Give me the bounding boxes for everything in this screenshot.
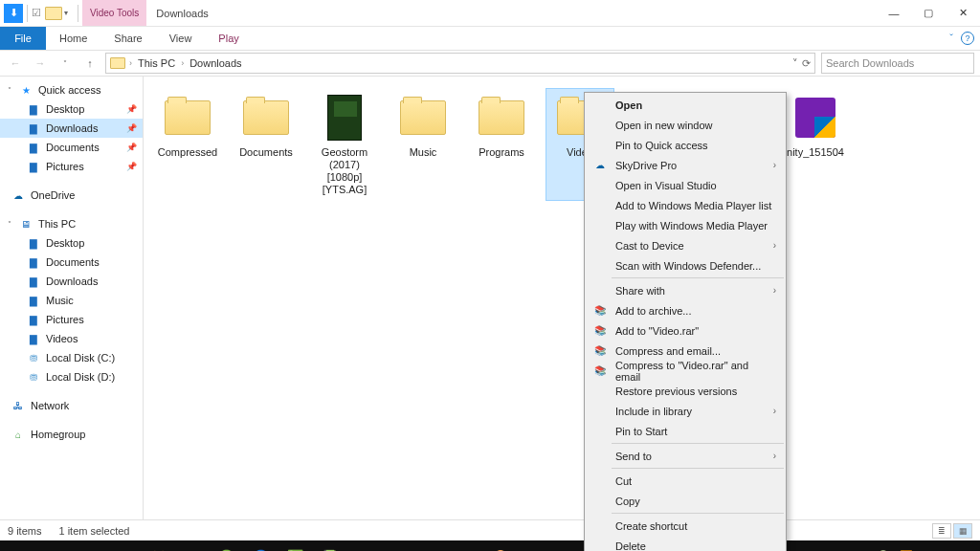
sidebar-item-pictures[interactable]: ▇Pictures📌 <box>0 157 143 176</box>
breadcrumb-thispc[interactable]: This PC <box>136 57 177 69</box>
separator <box>27 5 28 22</box>
folder-icon: ▇ <box>27 294 40 307</box>
menu-item-compress-to-video-rar-and-email[interactable]: 📚Compress to "Video.rar" and email <box>587 361 784 381</box>
sidebar-item-videos[interactable]: ▇Videos <box>0 329 143 348</box>
folder-icon[interactable] <box>45 7 62 20</box>
close-button[interactable]: ✕ <box>946 0 980 26</box>
taskbar-app-3[interactable]: e <box>105 540 140 551</box>
help-icon[interactable]: ? <box>961 32 974 45</box>
taskbar-app-1[interactable]: ○ <box>36 540 71 551</box>
menu-item-delete[interactable]: Delete <box>587 536 784 551</box>
video-tools-context-tab[interactable]: Video Tools <box>82 0 146 26</box>
tab-view[interactable]: View <box>156 27 206 50</box>
pc-icon: 🖥 <box>19 217 33 231</box>
chevron-down-icon[interactable]: ▾ <box>64 9 68 17</box>
taskbar-app-12[interactable]: ⌨ <box>415 540 450 551</box>
sidebar-item-local-disk-c-[interactable]: ⛃Local Disk (C:) <box>0 348 143 367</box>
menu-item-cut[interactable]: Cut <box>587 471 784 491</box>
ribbon-collapse-icon[interactable]: ˇ <box>949 33 953 44</box>
file-view[interactable]: CompressedDocumentsGeostorm (2017) [1080… <box>144 77 980 519</box>
tab-play[interactable]: Play <box>205 27 252 50</box>
file-item[interactable]: Documents <box>232 88 301 201</box>
taskbar-app-14[interactable]: 🎨 <box>484 540 519 551</box>
sidebar-item-desktop[interactable]: ▇Desktop📌 <box>0 99 143 119</box>
menu-item-play-with-windows-media-player[interactable]: Play with Windows Media Player <box>587 215 784 235</box>
chevron-right-icon[interactable]: › <box>129 58 132 68</box>
menu-item-skydrive-pro[interactable]: ☁SkyDrive Pro› <box>587 155 784 175</box>
menu-item-add-to-archive-[interactable]: 📚Add to archive... <box>587 300 784 320</box>
menu-item-copy[interactable]: Copy <box>587 491 784 511</box>
sidebar-homegroup[interactable]: ⌂Homegroup <box>0 425 143 444</box>
checkbox-icon[interactable]: ☑ <box>32 7 41 19</box>
file-item[interactable]: nity_151504 <box>781 88 850 201</box>
sidebar-network[interactable]: 🖧Network <box>0 396 143 415</box>
taskbar-app-13[interactable]: ✉ <box>450 540 484 551</box>
tab-home[interactable]: Home <box>46 27 100 50</box>
file-tab[interactable]: File <box>0 27 46 50</box>
file-item[interactable]: Music <box>389 88 457 201</box>
address-bar[interactable]: › This PC › Downloads ˅ ⟳ <box>105 53 815 74</box>
large-icons-view-button[interactable]: ▦ <box>953 523 972 539</box>
taskbar-app-5[interactable]: 🛍 <box>174 540 209 551</box>
sidebar-item-label: Downloads <box>46 122 98 134</box>
menu-item-include-in-library[interactable]: Include in library› <box>587 401 784 421</box>
sidebar-item-local-disk-d-[interactable]: ⛃Local Disk (D:) <box>0 367 143 386</box>
refresh-icon[interactable]: ⟳ <box>802 57 811 70</box>
menu-item-add-to-video-rar-[interactable]: 📚Add to "Video.rar" <box>587 320 784 341</box>
menu-item-label: Pin to Start <box>615 426 667 437</box>
sidebar-item-documents[interactable]: ▇Documents <box>0 253 143 272</box>
details-view-button[interactable]: ≣ <box>932 523 951 539</box>
back-button[interactable]: ← <box>6 54 25 73</box>
menu-item-pin-to-quick-access[interactable]: Pin to Quick access <box>587 135 784 155</box>
sidebar-item-desktop[interactable]: ▇Desktop <box>0 233 143 253</box>
address-dropdown-icon[interactable]: ˅ <box>792 57 798 70</box>
menu-item-open-in-new-window[interactable]: Open in new window <box>587 115 784 135</box>
sidebar-onedrive[interactable]: ☁OneDrive <box>0 186 143 205</box>
up-button[interactable]: ↑ <box>80 54 100 73</box>
menu-item-cast-to-device[interactable]: Cast to Device› <box>587 235 784 255</box>
taskbar-app-6[interactable]: 🟢 <box>209 540 243 551</box>
breadcrumb-downloads[interactable]: Downloads <box>188 57 243 69</box>
sidebar-item-downloads[interactable]: ▇Downloads <box>0 272 143 291</box>
file-item[interactable]: Geostorm (2017) [1080p] [YTS.AG] <box>310 88 379 201</box>
recent-locations-icon[interactable]: ˅ <box>56 54 75 73</box>
minimize-button[interactable]: — <box>877 0 911 26</box>
menu-item-pin-to-start[interactable]: Pin to Start <box>587 421 784 441</box>
taskbar-app-0[interactable]: ⊞ <box>2 540 36 551</box>
nav-pane: ˅★Quick access ▇Desktop📌▇Downloads📌▇Docu… <box>0 77 144 519</box>
search-input[interactable]: Search Downloads <box>821 53 974 74</box>
menu-item-restore-previous-versions[interactable]: Restore previous versions <box>587 381 784 401</box>
sidebar-quick-access[interactable]: ˅★Quick access <box>0 80 143 99</box>
sidebar-this-pc[interactable]: ˅🖥This PC <box>0 214 143 233</box>
menu-item-compress-and-email-[interactable]: 📚Compress and email... <box>587 341 784 361</box>
menu-item-scan-with-windows-defender-[interactable]: Scan with Windows Defender... <box>587 255 784 276</box>
taskbar-app-8[interactable]: 🟩 <box>278 540 312 551</box>
status-item-count: 9 items <box>8 525 41 537</box>
taskbar-app-4[interactable]: 📁 <box>140 540 174 551</box>
menu-item-send-to[interactable]: Send to› <box>587 446 784 466</box>
menu-item-open-in-visual-studio[interactable]: Open in Visual Studio <box>587 175 784 195</box>
menu-item-create-shortcut[interactable]: Create shortcut <box>587 516 784 536</box>
file-item[interactable]: Compressed <box>153 88 222 201</box>
sidebar-item-music[interactable]: ▇Music <box>0 291 143 310</box>
taskbar-app-11[interactable]: ▦ <box>381 540 415 551</box>
pin-icon: 📌 <box>126 104 137 114</box>
chevron-right-icon[interactable]: › <box>181 58 184 68</box>
sidebar-item-documents[interactable]: ▇Documents📌 <box>0 138 143 157</box>
maximize-button[interactable]: ▢ <box>911 0 946 26</box>
taskbar-app-10[interactable]: 🗨 <box>346 540 381 551</box>
forward-button[interactable]: → <box>31 54 50 73</box>
taskbar-app-2[interactable]: ◧ <box>71 540 105 551</box>
chevron-right-icon: › <box>773 240 776 251</box>
menu-item-open[interactable]: Open <box>587 95 784 115</box>
qat-dropdown-icon[interactable]: ⬇ <box>4 4 23 23</box>
taskbar-app-9[interactable]: 📗 <box>312 540 346 551</box>
menu-item-share-with[interactable]: Share with› <box>587 280 784 300</box>
file-item[interactable]: Programs <box>467 88 536 201</box>
sidebar-item-pictures[interactable]: ▇Pictures <box>0 310 143 329</box>
sidebar-item-downloads[interactable]: ▇Downloads📌 <box>0 119 143 138</box>
taskbar-app-7[interactable]: 🔵 <box>243 540 278 551</box>
menu-item-add-to-windows-media-player-list[interactable]: Add to Windows Media Player list <box>587 195 784 215</box>
sidebar-item-label: Pictures <box>46 161 84 172</box>
tab-share[interactable]: Share <box>100 27 155 50</box>
